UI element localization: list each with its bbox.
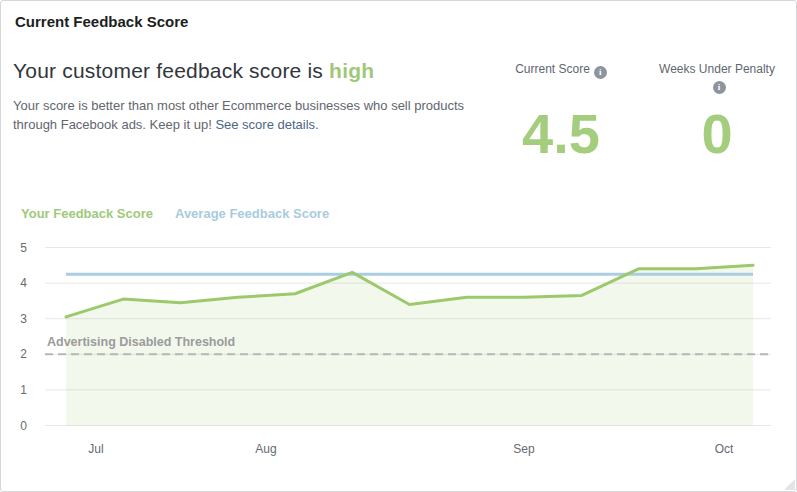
chart-legend: Your Feedback Score Average Feedback Sco… [21,206,329,221]
x-axis-tick-label: Jul [88,442,103,456]
info-icon[interactable]: i [713,81,726,94]
x-axis-tick-label: Oct [715,442,734,456]
current-feedback-score-card: Current Feedback Score Your customer fee… [0,0,797,492]
y-axis-tick-label: 5 [20,241,27,255]
threshold-label: Advertising Disabled Threshold [47,335,235,349]
feedback-chart[interactable]: 012345Advertising Disabled ThresholdJulA… [1,237,797,492]
score-description: Your score is better than most other Eco… [13,96,533,134]
current-score-label: Current Scorei [504,62,618,79]
description-line1: Your score is better than most other Eco… [13,98,464,113]
x-axis-tick-label: Sep [513,442,535,456]
description-line2: through Facebook ads. Keep it up! [13,117,212,132]
x-axis-tick-label: Aug [255,442,276,456]
y-axis-tick-label: 2 [20,347,27,361]
resize-handle[interactable] [784,479,795,490]
y-axis-tick-label: 4 [20,276,27,290]
legend-item-average-feedback-score[interactable]: Average Feedback Score [175,206,329,221]
y-axis-tick-label: 3 [20,312,27,326]
current-score-value: 4.5 [504,106,618,162]
weeks-under-penalty-label: Weeks Under Penalty i [654,62,780,94]
weeks-under-penalty-stat: Weeks Under Penalty i 0 [654,62,780,172]
see-score-details-link[interactable]: See score details. [215,117,318,132]
y-axis-tick-label: 0 [20,419,27,433]
headline-text: Your customer feedback score is [13,59,329,82]
weeks-under-penalty-value: 0 [654,106,780,162]
info-icon[interactable]: i [594,66,607,79]
current-score-stat: Current Scorei 4.5 [504,62,618,172]
headline: Your customer feedback score is high [13,59,374,83]
score-status: high [329,59,374,82]
legend-item-your-feedback-score[interactable]: Your Feedback Score [21,206,153,221]
page-title: Current Feedback Score [15,13,188,30]
y-axis-tick-label: 1 [20,383,27,397]
